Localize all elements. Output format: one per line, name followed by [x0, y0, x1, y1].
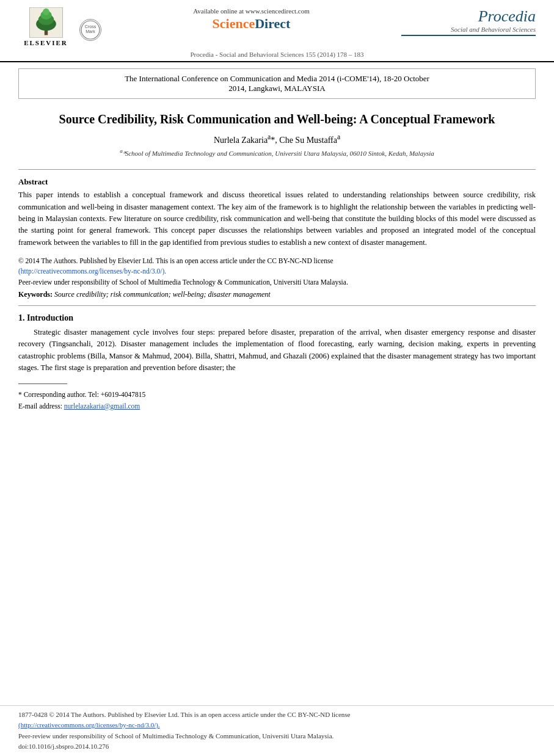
crossmark-badge: Cross Mark [79, 19, 101, 41]
license-line1: © 2014 The Authors. Published by Elsevie… [18, 257, 333, 264]
keywords: Keywords: Source credibility; risk commu… [0, 289, 554, 302]
affiliation-text: ᵃSchool of Multimedia Technology and Com… [123, 149, 434, 156]
elsevier-logo: ELSEVIER [18, 7, 73, 46]
conference-box: The International Conference on Communic… [18, 68, 536, 99]
header-left: ELSEVIER Cross Mark [18, 7, 101, 46]
procedia-title: Procedia [478, 7, 536, 26]
keywords-label: Keywords: [18, 290, 53, 299]
bottom-doi: doi:10.1016/j.sbspro.2014.10.276 [18, 743, 109, 750]
header: ELSEVIER Cross Mark Available online at … [0, 0, 554, 62]
abstract-title: Abstract [18, 177, 536, 187]
journal-info: Procedia - Social and Behavioral Science… [18, 49, 536, 61]
svg-text:Cross: Cross [85, 24, 97, 29]
section1-text: Strategic disaster management cycle invo… [18, 327, 536, 374]
keywords-text: Source credibility; risk communication; … [54, 290, 271, 299]
section1-paragraph: Strategic disaster management cycle invo… [18, 327, 536, 374]
svg-text:Mark: Mark [86, 29, 95, 34]
footnote-divider [18, 383, 67, 384]
available-text: Available online at www.sciencedirect.co… [193, 7, 310, 15]
bottom-issn: 1877-0428 © 2014 The Authors. Published … [18, 711, 351, 718]
conference-line1: The International Conference on Communic… [25, 74, 529, 84]
bottom-license-link[interactable]: (http://creativecommons.org/licenses/by-… [18, 721, 160, 729]
email-link[interactable]: nurlelazakaria@gmail.com [64, 402, 140, 410]
article-title-area: Source Credibility, Risk Communication a… [0, 105, 554, 165]
journal-info-text: Procedia - Social and Behavioral Science… [190, 51, 363, 58]
crossmark-icon: Cross Mark [81, 20, 100, 40]
elsevier-text: ELSEVIER [24, 39, 68, 46]
conference-line2: 2014, Langkawi, MALAYSIA [25, 84, 529, 93]
affiliation: aᵃSchool of Multimedia Technology and Co… [18, 148, 536, 158]
license-link[interactable]: (http://creativecommons.org/licenses/by-… [18, 267, 166, 275]
license-text: © 2014 The Authors. Published by Elsevie… [0, 252, 554, 289]
elsevier-tree-icon [29, 7, 63, 38]
authors: Nurlela Zakariaa*, Che Su Mustaffaa [18, 133, 536, 145]
section1-title: 1. Introduction [18, 313, 536, 323]
header-center: Available online at www.sciencedirect.co… [101, 7, 401, 32]
svg-point-5 [43, 9, 49, 15]
footnotes: * Corresponding author. Tel: +6019-40478… [0, 388, 554, 413]
procedia-logo-area: Procedia Social and Behavioral Sciences [401, 7, 536, 36]
bottom-peer-review: Peer-review under responsibility of Scho… [18, 732, 333, 740]
abstract-text: This paper intends to establish a concep… [18, 189, 536, 249]
email-label: E-mail address: [18, 402, 62, 410]
footnote-email: E-mail address: nurlelazakaria@gmail.com [18, 401, 536, 412]
abstract-section: Abstract This paper intends to establish… [0, 173, 554, 252]
sciencedirect-logo: ScienceDirect [213, 16, 291, 32]
keywords-divider [18, 305, 536, 306]
license-peer-review: Peer-review under responsibility of Scho… [18, 278, 348, 286]
bottom-bar: 1877-0428 © 2014 The Authors. Published … [0, 705, 554, 756]
page: ELSEVIER Cross Mark Available online at … [0, 0, 554, 756]
procedia-subtitle: Social and Behavioral Sciences [451, 26, 536, 33]
article-title: Source Credibility, Risk Communication a… [18, 111, 536, 127]
section-divider [18, 169, 536, 170]
footnote-corresponding: * Corresponding author. Tel: +6019-40478… [18, 389, 536, 400]
section-introduction: 1. Introduction Strategic disaster manag… [0, 310, 554, 378]
